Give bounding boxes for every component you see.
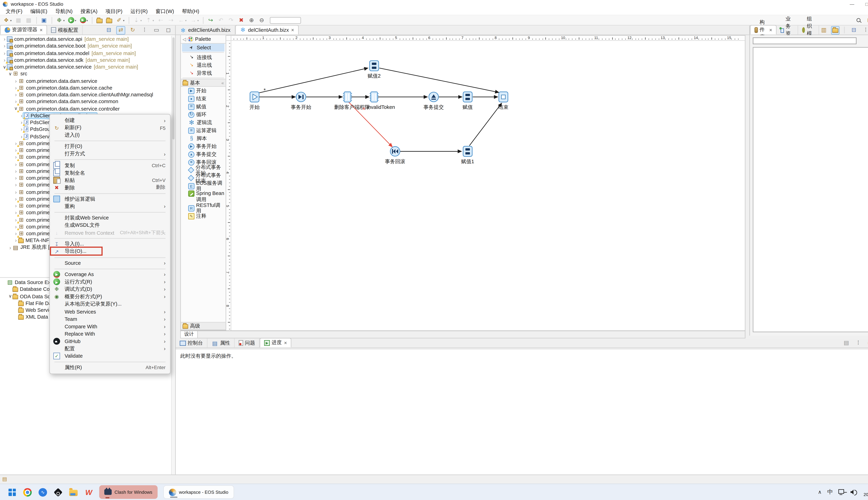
search-icon[interactable]	[855, 16, 861, 24]
palette-item-逻辑流[interactable]: ✻逻辑流	[182, 118, 225, 126]
collapsed-arrow-icon[interactable]: ›	[13, 78, 18, 84]
menu-item-粘贴[interactable]: 粘贴Ctrl+V	[50, 177, 170, 184]
dropdown-arrow-icon[interactable]: ▾	[87, 19, 88, 22]
link-with-editor-icon[interactable]: ⇄	[116, 26, 125, 34]
tree-row-5[interactable]: ∨⊞src	[0, 70, 171, 77]
dropdown-arrow-icon[interactable]: ▾	[197, 19, 199, 22]
diagram-canvas[interactable]: 开始事务开始删除客户端权限invalidToken事务提交赋值结束赋值2事务回滚…	[226, 35, 745, 330]
palette-item-异常线[interactable]: ↘异常线	[182, 69, 225, 77]
diagram-node-end[interactable]: 结束	[498, 92, 509, 110]
menu-item-Web Services[interactable]: Web Services›	[50, 308, 170, 315]
dropdown-arrow-icon[interactable]: ▾	[152, 19, 154, 22]
next-edit-icon[interactable]: ⇢	[167, 16, 175, 24]
network-icon[interactable]	[839, 489, 845, 495]
collapsed-arrow-icon[interactable]: ›	[13, 182, 18, 188]
hidden-icons-chevron[interactable]: ∧	[818, 489, 822, 495]
zoom-in-icon[interactable]: ⊕	[247, 16, 256, 24]
palette-item-退出线[interactable]: ↘退出线	[182, 61, 225, 69]
menu-item-2[interactable]: 导航(N)	[52, 8, 77, 15]
collapse-palette-icon[interactable]: ◁	[182, 37, 186, 42]
diagram-node-start[interactable]: 开始	[250, 92, 260, 110]
view-menu-icon[interactable]: ⁞	[854, 339, 863, 347]
menu-item-创建[interactable]: 创建›	[50, 117, 170, 124]
menu-item-Remove from Context[interactable]: ↓Remove from ContextCtrl+Alt+Shift+下箭头	[50, 229, 170, 237]
palette-item-脚本[interactable]: §脚本	[182, 134, 225, 143]
tab-控制台[interactable]: 控制台	[176, 338, 207, 348]
taskbar-chrome-icon[interactable]	[23, 487, 33, 497]
palette-item-连接线[interactable]: ↘连接线	[182, 53, 225, 61]
palette-section-高级[interactable]: 高级	[181, 322, 226, 330]
menu-item-4[interactable]: 项目(P)	[101, 8, 126, 15]
expanded-arrow-icon[interactable]: ∨	[8, 71, 12, 76]
tree-row-6[interactable]: ›⊞com.primeton.data.dam.service	[0, 77, 171, 84]
tab-属性[interactable]: ▤属性	[207, 338, 235, 348]
tab-问题[interactable]: 问题	[235, 338, 260, 348]
tab-delClientAuth.bizx[interactable]: ✻delClientAuth.bizx×	[235, 25, 299, 35]
menu-item-打开方式[interactable]: 打开方式›	[50, 150, 170, 158]
palette-header[interactable]: ◁ Palette	[181, 35, 226, 44]
minimize-button[interactable]: —	[845, 0, 859, 8]
scrollbar-thumb[interactable]	[172, 37, 175, 139]
tree-row-1[interactable]: ›com.primeton.data.service.boot[dam_serv…	[0, 43, 171, 50]
remote-console-icon[interactable]: ▣	[39, 16, 48, 24]
run-icon[interactable]: ▶▾	[67, 16, 77, 24]
tab-模板配置[interactable]: 模板配置	[47, 25, 83, 35]
menu-item-3[interactable]: 搜索(A)	[77, 8, 102, 15]
clock[interactable]: 15:262025/10/16	[864, 487, 868, 497]
view-menu-icon[interactable]: ⁞	[140, 26, 149, 34]
tab-构件库[interactable]: 构件库×	[750, 25, 777, 35]
clear-icon[interactable]: ▤	[842, 339, 851, 347]
menu-item-导出(O)...[interactable]: ↗导出(O)...	[50, 248, 170, 255]
collapsed-arrow-icon[interactable]: ›	[13, 189, 18, 195]
menu-item-删除[interactable]: ✖删除删除	[50, 184, 170, 192]
tab-业务资源[interactable]: 业务资源	[777, 25, 798, 35]
taskbar-obsidian-icon[interactable]	[53, 487, 63, 497]
menu-item-概要分析方式(P)[interactable]: ◉概要分析方式(P)›	[50, 293, 170, 300]
menu-item-从本地历史记录复原(Y)...[interactable]: 从本地历史记录复原(Y)...	[50, 300, 170, 308]
taskbar-window-Clash for Windows[interactable]: Clash for Windows	[99, 485, 157, 499]
close-tab-icon[interactable]: ×	[769, 27, 772, 33]
menu-item-6[interactable]: 窗口(W)	[151, 8, 178, 15]
open-folder-2-icon[interactable]	[105, 16, 113, 24]
palette-item-结束[interactable]: ■结束	[182, 95, 225, 103]
diagram-node-assign[interactable]: 赋值	[462, 92, 473, 110]
palette-item-EOS服务调用[interactable]: EEOS服务调用	[182, 182, 225, 190]
tab-editClientAuth.bizx[interactable]: ✻editClientAuth.bizx	[176, 25, 235, 35]
diagram-node-invalid-token[interactable]: invalidToken	[367, 92, 395, 110]
menu-item-Replace With[interactable]: Replace With›	[50, 330, 170, 338]
delete-red-icon[interactable]: ✖	[237, 16, 246, 24]
gold-folder-icon[interactable]	[831, 26, 840, 34]
menu-item-复制[interactable]: 复制Ctrl+C	[50, 162, 170, 169]
tree-row-7[interactable]: ›⊞com.primeton.data.dam.service.cache	[0, 84, 171, 91]
back-icon[interactable]: ←▾	[177, 16, 188, 24]
expanded-arrow-icon[interactable]: ∨	[8, 294, 12, 299]
taskbar-meeting-icon[interactable]: ∿	[38, 487, 48, 497]
close-tab-icon[interactable]: ×	[284, 340, 287, 346]
menu-item-重构[interactable]: 重构›	[50, 203, 170, 211]
dropdown-arrow-icon[interactable]: ▾	[123, 19, 125, 22]
tree-row-8[interactable]: ›⊞com.primeton.data.dam.service.clientAu…	[0, 91, 171, 98]
palette-item-开始[interactable]: ▶开始	[182, 87, 225, 95]
menu-item-调试方式(D)[interactable]: ❉调试方式(D)›	[50, 286, 170, 293]
palette-item-事务开始[interactable]: ▶事务开始	[182, 143, 225, 150]
menu-item-Compare With[interactable]: Compare With›	[50, 323, 170, 330]
open-perspective-icon[interactable]: ⊞	[865, 16, 868, 24]
menu-item-Validate[interactable]: Validate	[50, 352, 170, 360]
new-wizard-icon[interactable]: ❖▾	[2, 16, 13, 24]
palette-section-基本[interactable]: 基本«	[181, 79, 226, 87]
palette-item-赋值[interactable]: =赋值	[182, 103, 225, 111]
menu-item-Team[interactable]: Team›	[50, 315, 170, 323]
tree-row-0[interactable]: ›com.primeton.data.service.api[dam_servi…	[0, 36, 171, 43]
taskbar-file-explorer-icon[interactable]	[69, 487, 78, 497]
redo-icon[interactable]: ↷	[227, 16, 236, 24]
ime-indicator[interactable]: 中	[827, 488, 833, 496]
diagram-edge-6[interactable]	[259, 68, 368, 93]
minimize-icon[interactable]: ▭	[866, 339, 868, 347]
menu-item-进入(I)[interactable]: 进入(I)	[50, 132, 170, 139]
minimize-icon[interactable]: ▭	[152, 26, 161, 34]
checkout-icon[interactable]: ⇣▾	[132, 16, 143, 24]
menu-item-0[interactable]: 文件(F)	[2, 8, 26, 15]
collapsed-arrow-icon[interactable]: ›	[13, 203, 18, 209]
dropdown-arrow-icon[interactable]: ▾	[75, 19, 76, 22]
menu-item-生成WSDL文件[interactable]: 生成WSDL文件	[50, 222, 170, 229]
